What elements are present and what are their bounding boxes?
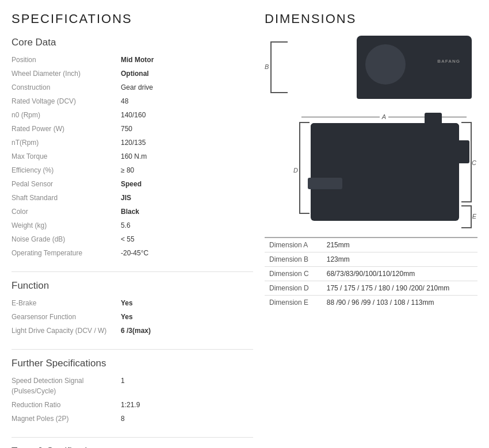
motor-bottom-view: A D C E bbox=[265, 110, 477, 231]
spec-label: Wheel Diameter (Inch) bbox=[12, 68, 121, 79]
dimensions-column: DIMENSIONS B BAFANG A D C E bbox=[265, 12, 477, 448]
dim-table-row: Dimension D175 / 175 / 175 / 180 / 190 /… bbox=[265, 281, 477, 296]
spec-row: PositionMid Motor bbox=[12, 53, 253, 67]
core-data-section: Core Data PositionMid MotorWheel Diamete… bbox=[12, 37, 253, 260]
dim-value: 123mm bbox=[322, 252, 477, 267]
spec-row: nT(Rpm)120/135 bbox=[12, 136, 253, 150]
motor-top-view: B BAFANG bbox=[265, 36, 477, 105]
spec-row: Weight (kg)5.6 bbox=[12, 219, 253, 232]
spec-value: < 55 bbox=[121, 234, 135, 244]
spec-label: n0 (Rpm) bbox=[12, 110, 121, 120]
motor-image-top: BAFANG bbox=[357, 36, 472, 99]
motor-connector-right bbox=[457, 140, 469, 163]
spec-value: JIS bbox=[121, 193, 131, 203]
e-label: E bbox=[472, 213, 476, 220]
spec-row: Efficiency (%)≥ 80 bbox=[12, 163, 253, 177]
dimensions-table: Dimension A215mmDimension B123mmDimensio… bbox=[265, 237, 477, 309]
spec-label: Rated Power (W) bbox=[12, 124, 121, 134]
function-title: Function bbox=[12, 280, 253, 292]
dim-table-row: Dimension B123mm bbox=[265, 252, 477, 267]
motor-arm bbox=[308, 178, 342, 189]
certs-title: Tests & Certifications bbox=[12, 446, 253, 448]
function-rows: E-BrakeYesGearsensor FunctionYesLight Dr… bbox=[12, 296, 253, 338]
bracket-b bbox=[270, 41, 288, 93]
bracket-d bbox=[299, 122, 310, 214]
spec-label: Weight (kg) bbox=[12, 220, 121, 231]
spec-label: Reduction Ratio bbox=[12, 400, 121, 410]
spec-value: Speed bbox=[121, 179, 142, 189]
spec-label: Operating Temperature bbox=[12, 248, 121, 258]
dim-value: 175 / 175 / 175 / 180 / 190 /200/ 210mm bbox=[322, 281, 477, 296]
spec-row: Wheel Diameter (Inch)Optional bbox=[12, 67, 253, 81]
c-label: C bbox=[472, 159, 476, 166]
spec-row: Noise Grade (dB)< 55 bbox=[12, 232, 253, 246]
dim-value: 68/73/83/90/100/110/120mm bbox=[322, 267, 477, 281]
spec-value: Black bbox=[121, 206, 139, 217]
divider-1 bbox=[12, 271, 253, 272]
spec-row: Rated Voltage (DCV)48 bbox=[12, 94, 253, 108]
b-label: B bbox=[265, 63, 269, 70]
spec-label: Light Drive Capacity (DCV / W) bbox=[12, 326, 121, 336]
spec-label: Rated Voltage (DCV) bbox=[12, 96, 121, 106]
spec-value: 140/160 bbox=[121, 110, 146, 120]
brand-label: BAFANG bbox=[437, 59, 460, 64]
divider-3 bbox=[12, 437, 253, 438]
spec-row: Rated Power (W)750 bbox=[12, 122, 253, 136]
spec-label: Color bbox=[12, 206, 121, 217]
spec-label: Construction bbox=[12, 82, 121, 93]
dim-label: Dimension B bbox=[265, 252, 322, 267]
bracket-e bbox=[461, 205, 472, 228]
spec-row: Speed Detection Signal (Pulses/Cycle)1 bbox=[12, 374, 253, 398]
spec-value: 750 bbox=[121, 124, 132, 134]
spec-value: 5.6 bbox=[121, 220, 131, 231]
dimensions-title: DIMENSIONS bbox=[265, 12, 477, 26]
spec-label: Noise Grade (dB) bbox=[12, 234, 121, 244]
dim-label: Dimension C bbox=[265, 267, 322, 281]
dim-table-row: Dimension E88 /90 / 96 /99 / 103 / 108 /… bbox=[265, 296, 477, 310]
divider-2 bbox=[12, 349, 253, 350]
spec-label: Position bbox=[12, 55, 121, 65]
spec-value: 1 bbox=[121, 376, 125, 396]
spec-row: Reduction Ratio1:21.9 bbox=[12, 398, 253, 412]
spec-value: 8 bbox=[121, 413, 125, 424]
spec-row: Light Drive Capacity (DCV / W)6 /3(max) bbox=[12, 324, 253, 338]
spec-label: Efficiency (%) bbox=[12, 165, 121, 175]
spec-row: Magnet Poles (2P)8 bbox=[12, 412, 253, 426]
spec-value: 120/135 bbox=[121, 137, 146, 148]
spec-value: Mid Motor bbox=[121, 55, 154, 65]
function-section: Function E-BrakeYesGearsensor FunctionYe… bbox=[12, 280, 253, 338]
spec-row: ConstructionGear drive bbox=[12, 81, 253, 94]
spec-value: Yes bbox=[121, 312, 133, 322]
spec-value: 6 /3(max) bbox=[121, 326, 151, 336]
spec-value: 1:21.9 bbox=[121, 400, 140, 410]
spec-value: Optional bbox=[121, 68, 149, 79]
specs-title: SPECIFICATIONS bbox=[12, 12, 253, 26]
dim-label: Dimension A bbox=[265, 238, 322, 252]
spec-row: Pedal SensorSpeed bbox=[12, 177, 253, 191]
motor-connector-bottom bbox=[425, 196, 453, 212]
spec-value: Gear drive bbox=[121, 82, 153, 93]
spec-row: n0 (Rpm)140/160 bbox=[12, 108, 253, 122]
spec-label: E-Brake bbox=[12, 298, 121, 308]
core-data-title: Core Data bbox=[12, 37, 253, 48]
dim-table-row: Dimension A215mm bbox=[265, 238, 477, 252]
motor-image-bottom bbox=[311, 123, 459, 221]
further-section: Further Specifications Speed Detection S… bbox=[12, 358, 253, 426]
spec-row: Shaft StandardJIS bbox=[12, 191, 253, 205]
spec-row: Max Torque160 N.m bbox=[12, 150, 253, 163]
spec-value: Yes bbox=[121, 298, 133, 308]
dim-value: 215mm bbox=[322, 238, 477, 252]
further-title: Further Specifications bbox=[12, 358, 253, 369]
certs-section: Tests & Certifications IPIP 65Certificat… bbox=[12, 446, 253, 448]
a-dimension-arrow: A bbox=[299, 113, 469, 120]
spec-row: Gearsensor FunctionYes bbox=[12, 310, 253, 324]
a-label: A bbox=[382, 113, 386, 120]
spec-value: 160 N.m bbox=[121, 151, 147, 162]
spec-row: Operating Temperature-20-45°C bbox=[12, 246, 253, 260]
spec-value: -20-45°C bbox=[121, 248, 148, 258]
spec-label: Gearsensor Function bbox=[12, 312, 121, 322]
motor-connector-top bbox=[425, 113, 442, 125]
spec-label: Pedal Sensor bbox=[12, 179, 121, 189]
dim-value: 88 /90 / 96 /99 / 103 / 108 / 113mm bbox=[322, 296, 477, 310]
spec-label: Shaft Standard bbox=[12, 193, 121, 203]
